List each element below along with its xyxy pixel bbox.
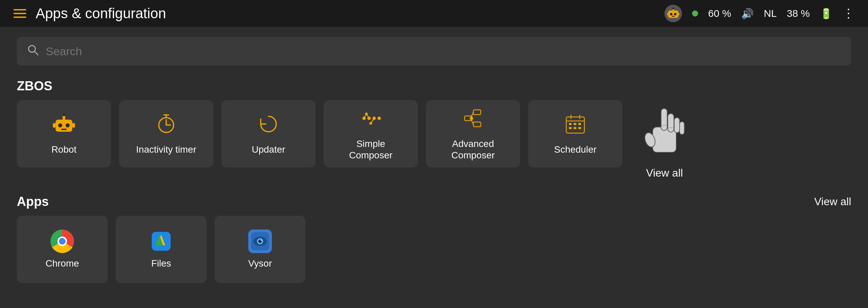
svg-point-12 xyxy=(66,123,70,128)
svg-rect-43 xyxy=(574,127,576,129)
svg-point-5 xyxy=(672,8,674,9)
zbos-app-updater[interactable]: Updater xyxy=(221,100,316,167)
advanced-composer-icon xyxy=(461,107,485,134)
zbos-app-scheduler[interactable]: Scheduler xyxy=(528,100,622,167)
robot-app-icon xyxy=(52,112,76,139)
page-title: Apps & configuration xyxy=(36,5,166,22)
app-vysor[interactable]: Vysor xyxy=(215,216,306,283)
app-chrome[interactable]: Chrome xyxy=(17,216,108,283)
header-right: 60 % 🔊 NL 38 % 🔋 ⋮ xyxy=(664,5,855,22)
apps-section-header: Apps View all xyxy=(17,194,851,209)
header: Apps & configuration 60 % 🔊 NL 38 % 🔋 ⋮ xyxy=(0,0,868,27)
svg-rect-7 xyxy=(678,13,679,16)
chrome-label: Chrome xyxy=(45,258,79,269)
more-options-icon[interactable]: ⋮ xyxy=(842,6,855,21)
zbos-app-advanced-composer[interactable]: Advanced Composer xyxy=(426,100,520,167)
files-label: Files xyxy=(151,258,171,269)
hamburger-menu-icon[interactable] xyxy=(13,9,26,18)
search-input[interactable] xyxy=(46,45,841,58)
svg-rect-49 xyxy=(680,122,684,135)
volume-icon: 🔊 xyxy=(741,8,754,20)
simple-composer-label: Simple Composer xyxy=(349,138,392,161)
status-indicator xyxy=(692,10,698,17)
svg-line-32 xyxy=(471,112,473,117)
svg-line-33 xyxy=(471,120,473,124)
svg-rect-47 xyxy=(668,114,674,132)
chrome-icon xyxy=(51,229,74,253)
battery-icon: 🔋 xyxy=(820,8,832,20)
apps-app-grid: Chrome Files xyxy=(17,216,851,283)
app-files[interactable]: Files xyxy=(116,216,207,283)
svg-point-15 xyxy=(63,114,65,116)
zbos-row: Robot Inactivity timer xyxy=(17,100,851,181)
svg-rect-40 xyxy=(574,123,576,125)
scheduler-label: Scheduler xyxy=(554,144,596,155)
vysor-label: Vysor xyxy=(248,258,272,269)
svg-rect-6 xyxy=(667,13,669,16)
zbos-section-header: ZBOS xyxy=(17,79,851,93)
svg-point-22 xyxy=(377,117,381,120)
updater-label: Updater xyxy=(252,144,285,155)
svg-rect-41 xyxy=(578,123,581,125)
zbos-app-grid: Robot Inactivity timer xyxy=(17,100,622,167)
svg-rect-39 xyxy=(569,123,571,125)
apps-section-title: Apps xyxy=(17,194,49,209)
header-left: Apps & configuration xyxy=(13,5,166,22)
zbos-app-simple-composer[interactable]: Simple Composer xyxy=(324,100,418,167)
zbos-view-all-button[interactable]: View all xyxy=(646,167,683,179)
svg-rect-0 xyxy=(668,10,678,18)
zbos-section-title: ZBOS xyxy=(17,79,53,93)
zbos-app-robot[interactable]: Robot xyxy=(17,100,111,167)
language-label: NL xyxy=(764,8,776,19)
svg-point-1 xyxy=(670,13,672,16)
main-content: ZBOS Robot xyxy=(0,27,868,307)
svg-point-19 xyxy=(362,117,366,120)
svg-point-11 xyxy=(58,123,62,128)
zbos-view-all-container[interactable]: View all xyxy=(622,100,696,179)
search-icon xyxy=(27,44,39,59)
robot-app-label: Robot xyxy=(52,144,77,155)
battery-percentage: 60 % xyxy=(708,8,731,19)
svg-rect-13 xyxy=(61,129,67,130)
svg-line-9 xyxy=(35,52,38,55)
svg-rect-48 xyxy=(674,118,680,133)
svg-point-58 xyxy=(260,240,262,241)
updater-icon xyxy=(257,112,280,139)
inactivity-timer-label: Inactivity timer xyxy=(136,144,196,155)
svg-rect-28 xyxy=(473,110,481,115)
svg-point-2 xyxy=(674,13,676,16)
zbos-app-inactivity-timer[interactable]: Inactivity timer xyxy=(119,100,213,167)
apps-view-all-button[interactable]: View all xyxy=(814,195,851,208)
advanced-composer-label: Advanced Composer xyxy=(451,138,495,161)
svg-rect-30 xyxy=(473,122,481,127)
scheduler-icon xyxy=(563,112,587,139)
battery2-percentage: 38 % xyxy=(787,8,810,19)
cursor-hand-icon xyxy=(643,104,686,163)
svg-rect-3 xyxy=(672,16,675,17)
search-bar[interactable] xyxy=(17,37,851,65)
inactivity-timer-icon xyxy=(154,112,178,139)
svg-rect-44 xyxy=(578,127,581,129)
files-icon xyxy=(149,229,173,253)
robot-avatar xyxy=(664,5,682,22)
svg-rect-46 xyxy=(661,109,667,131)
simple-composer-icon xyxy=(359,107,382,134)
svg-line-27 xyxy=(371,118,374,123)
vysor-icon xyxy=(248,229,272,253)
svg-rect-17 xyxy=(72,123,75,128)
svg-rect-42 xyxy=(569,127,571,129)
svg-rect-16 xyxy=(53,123,56,128)
